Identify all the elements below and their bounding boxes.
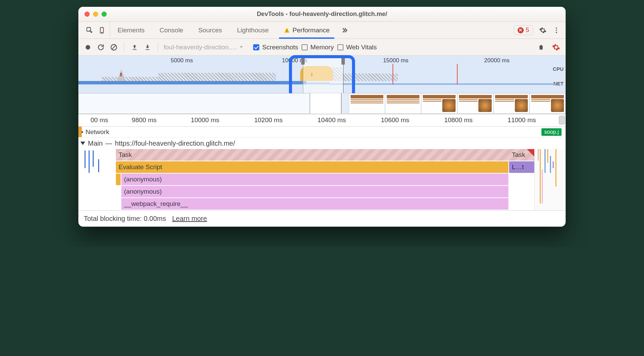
- filmstrip-frame: [421, 93, 457, 114]
- panel-tabbar: Elements Console Sources Lighthouse Perf…: [78, 22, 566, 39]
- settings-icon[interactable]: [539, 27, 547, 34]
- track-area: Network soop.j Main — https://foul-heave…: [78, 127, 566, 210]
- tab-elements[interactable]: Elements: [110, 22, 152, 38]
- ruler-tick: 10400 ms: [318, 116, 346, 124]
- overview-tick: 5000 ms: [171, 57, 193, 64]
- tab-performance[interactable]: Performance: [276, 22, 337, 38]
- trash-button[interactable]: [536, 43, 546, 52]
- track-label: Main: [88, 140, 103, 147]
- overview-tick: 15000 ms: [383, 57, 409, 64]
- profile-name: foul-heavenly-direction.…: [164, 44, 237, 51]
- devtools-window: DevTools - foul-heavenly-direction.glitc…: [78, 7, 566, 227]
- record-button[interactable]: [83, 43, 93, 52]
- overview-marker: [120, 73, 122, 76]
- checkbox-label: Screenshots: [262, 44, 298, 51]
- download-button[interactable]: [143, 43, 152, 52]
- inspect-icon[interactable]: [86, 27, 93, 34]
- flame-evaluate-script[interactable]: Evaluate Script: [116, 161, 508, 173]
- main-track-header[interactable]: Main — https://foul-heavenly-direction.g…: [78, 137, 566, 149]
- window-title: DevTools - foul-heavenly-direction.glitc…: [78, 11, 566, 18]
- flame-task[interactable]: Task: [509, 149, 534, 161]
- flame-anonymous[interactable]: (anonymous): [121, 186, 508, 197]
- maximize-button[interactable]: [102, 12, 107, 17]
- tab-lighthouse[interactable]: Lighthouse: [230, 22, 276, 38]
- range-handle-right[interactable]: [341, 56, 345, 65]
- checkbox-label: Memory: [310, 44, 334, 51]
- filmstrip-frame: [530, 93, 566, 114]
- flame-webpack-require[interactable]: __webpack_require__: [121, 198, 508, 210]
- webvitals-checkbox[interactable]: Web Vitals: [337, 44, 377, 51]
- ruler-tick: 10600 ms: [381, 116, 409, 124]
- error-count: 5: [526, 27, 529, 34]
- flame-chart[interactable]: Task Evaluate Script (anonymous) (anonym…: [78, 149, 566, 210]
- network-track-header[interactable]: Network soop.j: [78, 127, 566, 137]
- filmstrip-frame: [493, 93, 530, 114]
- svg-rect-3: [287, 29, 287, 31]
- ruler-tick: 10000 ms: [191, 116, 219, 124]
- lane-label-cpu: CPU: [553, 66, 564, 72]
- svg-point-8: [86, 45, 90, 49]
- tab-console[interactable]: Console: [152, 22, 191, 38]
- filmstrip-frame: [385, 93, 421, 114]
- tab-label: Performance: [293, 27, 330, 34]
- flame-anonymous[interactable]: (anonymous): [121, 174, 508, 185]
- total-blocking-time: Total blocking time: 0.00ms: [84, 215, 166, 223]
- checkbox-label: Web Vitals: [346, 44, 377, 51]
- minimize-button[interactable]: [93, 12, 98, 17]
- device-toggle-icon[interactable]: [98, 27, 106, 34]
- warning-icon: [284, 27, 290, 33]
- window-controls: [78, 12, 107, 17]
- tab-label: Sources: [198, 27, 222, 34]
- scrollbar-thumb[interactable]: [559, 116, 565, 125]
- tab-label: Lighthouse: [237, 27, 269, 34]
- screenshots-checkbox[interactable]: Screenshots: [253, 44, 298, 51]
- timeline-overview[interactable]: 5000 ms 10000 ms 15000 ms 20000 ms CPU N…: [78, 56, 566, 93]
- titlebar: DevTools - foul-heavenly-direction.glitc…: [78, 7, 566, 22]
- detail-ruler[interactable]: 00 ms 9800 ms 10000 ms 10200 ms 10400 ms…: [78, 114, 566, 127]
- tab-sources[interactable]: Sources: [191, 22, 230, 38]
- ruler-tick: 11000 ms: [508, 116, 536, 124]
- clear-button[interactable]: [109, 43, 119, 52]
- overview-tick: 20000 ms: [484, 57, 510, 64]
- summary-footer: Total blocking time: 0.00ms Learn more: [78, 210, 566, 227]
- performance-toolbar: foul-heavenly-direction.… Screenshots Me…: [78, 39, 566, 56]
- error-counter[interactable]: ✕ 5: [514, 25, 533, 35]
- profile-selector[interactable]: foul-heavenly-direction.…: [164, 44, 243, 51]
- reload-record-button[interactable]: [96, 43, 106, 52]
- ruler-tick: 10800 ms: [444, 116, 473, 124]
- track-label: Network: [86, 128, 109, 136]
- close-button[interactable]: [85, 12, 90, 17]
- kebab-menu-icon[interactable]: [553, 27, 560, 34]
- svg-line-10: [112, 45, 116, 49]
- svg-point-5: [556, 27, 557, 29]
- ruler-tick: 10200 ms: [254, 116, 282, 124]
- memory-checkbox[interactable]: Memory: [302, 44, 334, 51]
- svg-point-6: [556, 30, 557, 31]
- tab-label: Elements: [118, 27, 144, 34]
- svg-rect-12: [145, 49, 150, 50]
- separator: [158, 42, 158, 52]
- svg-point-7: [556, 32, 557, 33]
- upload-button[interactable]: [130, 43, 139, 52]
- error-icon: ✕: [518, 27, 524, 33]
- filmstrip-frame: [457, 93, 493, 114]
- svg-rect-11: [133, 49, 137, 50]
- more-tabs-icon[interactable]: [340, 26, 349, 34]
- tab-label: Console: [159, 27, 183, 34]
- capture-settings-icon[interactable]: [551, 43, 561, 52]
- overview-vline: [393, 64, 393, 84]
- flame-layout[interactable]: L…t: [509, 161, 534, 173]
- main-url: https://foul-heavenly-direction.glitch.m…: [115, 140, 235, 147]
- separator: [124, 42, 124, 52]
- learn-more-link[interactable]: Learn more: [172, 215, 207, 223]
- network-file-chip[interactable]: soop.j: [541, 128, 562, 136]
- collapse-icon: [80, 142, 85, 145]
- ruler-tick: 9800 ms: [132, 116, 157, 124]
- range-handle-left[interactable]: [301, 56, 305, 65]
- flame-minimap: [535, 149, 566, 210]
- screenshot-filmstrip[interactable]: [78, 93, 566, 114]
- overview-vline: [457, 64, 458, 84]
- filmstrip-frame: [349, 93, 385, 114]
- flame-task[interactable]: Task: [116, 149, 534, 161]
- ruler-tick: 00 ms: [91, 116, 108, 124]
